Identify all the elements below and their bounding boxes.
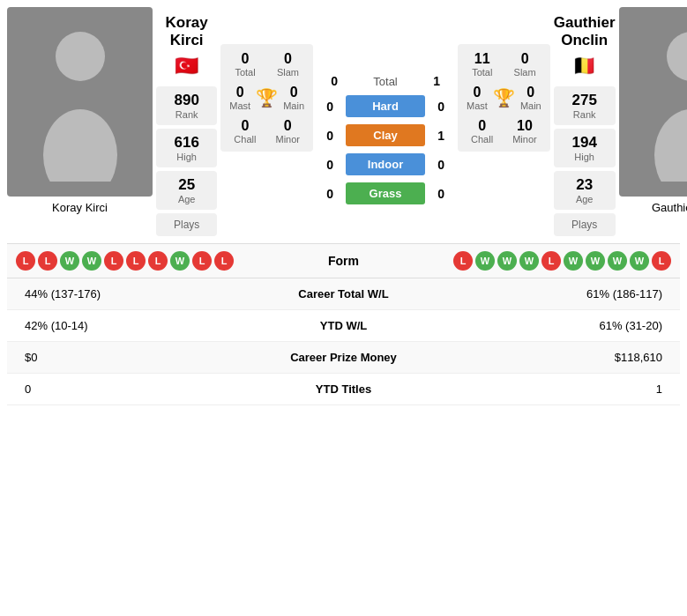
right-trophy-icon: 🏆 [493, 87, 515, 108]
right-rank-value: 275 [571, 92, 598, 109]
form-badge: W [82, 251, 101, 271]
right-main-label: Main [520, 100, 541, 111]
left-chall-label: Chall [234, 134, 256, 145]
hard-left-score: 0 [321, 100, 339, 114]
left-main-label: Main [283, 100, 304, 111]
left-chall-value: 0 [234, 118, 256, 134]
stat-left-value: $0 [7, 342, 229, 374]
form-badge: L [38, 251, 57, 271]
right-rank-label: Rank [571, 109, 598, 120]
right-chall-value: 0 [471, 118, 493, 134]
right-high-value: 194 [571, 134, 598, 152]
player-right-name-header: Gauthier Onclin [554, 11, 616, 51]
indoor-left-score: 0 [321, 158, 339, 172]
hard-row: 0 Hard 0 [321, 95, 450, 117]
stat-center-label: Career Prize Money [229, 342, 458, 374]
left-slam-label: Slam [277, 67, 299, 78]
form-label: Form [309, 254, 379, 268]
hard-badge: Hard [346, 95, 425, 117]
left-slam-value: 0 [277, 51, 299, 67]
grass-right-score: 0 [432, 187, 450, 201]
left-rank-box: 890 Rank [156, 86, 217, 125]
left-main-value: 0 [283, 85, 304, 100]
form-badge: W [170, 251, 190, 271]
stat-left-value: 0 [7, 374, 229, 405]
left-total-value: 0 [235, 51, 255, 67]
left-stats-box: 0 Total 0 Slam 0 Mast 🏆 [220, 44, 313, 152]
hard-right-score: 0 [432, 100, 450, 114]
stats-row: 42% (10-14) YTD W/L 61% (31-20) [7, 310, 680, 342]
right-minor-value: 10 [512, 118, 537, 134]
left-age-value: 25 [174, 176, 199, 194]
right-total-label: Total [472, 67, 492, 78]
right-main-value: 0 [520, 85, 541, 100]
svg-point-3 [654, 109, 687, 182]
grass-badge: Grass [346, 182, 425, 204]
clay-badge: Clay [346, 124, 425, 146]
right-slam-value: 0 [514, 51, 536, 67]
clay-left-score: 0 [321, 129, 339, 143]
right-minor-label: Minor [512, 134, 537, 145]
left-total-label: Total [235, 67, 255, 78]
form-badge: L [541, 251, 561, 271]
stats-table: 44% (137-176) Career Total W/L 61% (186-… [7, 278, 680, 405]
right-mast-label: Mast [467, 100, 488, 111]
right-plays-label: Plays [571, 219, 598, 231]
form-badge: L [652, 251, 671, 271]
right-age-label: Age [571, 194, 598, 204]
right-mast-value: 0 [467, 85, 488, 100]
stat-center-label: YTD Titles [229, 374, 458, 405]
right-chall-label: Chall [471, 134, 493, 145]
stat-left-value: 44% (137-176) [7, 278, 229, 310]
form-badge: W [564, 251, 583, 271]
stat-right-value: $118,610 [458, 342, 680, 374]
total-left-score: 0 [325, 74, 343, 88]
right-high-box: 194 High [554, 129, 616, 167]
left-plays-label: Plays [174, 219, 199, 231]
right-plays-box: Plays [554, 213, 616, 236]
player-left-photo [7, 7, 153, 197]
form-badge: L [16, 251, 35, 271]
form-badge: W [586, 251, 605, 271]
left-age-label: Age [174, 194, 199, 204]
grass-left-score: 0 [321, 187, 339, 201]
right-age-box: 23 Age [554, 171, 616, 210]
indoor-badge: Indoor [346, 153, 425, 175]
right-total-value: 11 [472, 51, 492, 67]
left-minor-label: Minor [275, 134, 300, 145]
stat-center-label: YTD W/L [229, 310, 458, 342]
svg-point-2 [667, 32, 687, 81]
player-right-name-below: Gauthier Onclin [650, 197, 687, 219]
stat-center-label: Career Total W/L [229, 278, 458, 310]
grass-row: 0 Grass 0 [321, 182, 450, 204]
right-stats-box: 11 Total 0 Slam 0 Mast 🏆 [458, 44, 550, 152]
form-badge: W [519, 251, 539, 271]
total-right-score: 1 [428, 74, 445, 88]
stat-right-value: 1 [458, 374, 680, 405]
indoor-row: 0 Indoor 0 [321, 153, 450, 175]
left-trophy-icon: 🏆 [256, 87, 278, 108]
form-badge: W [497, 251, 517, 271]
form-badge: L [148, 251, 168, 271]
player-right-photo [619, 7, 687, 197]
clay-row: 0 Clay 1 [321, 124, 450, 146]
form-badge: W [608, 251, 627, 271]
form-badge: L [192, 251, 212, 271]
stat-right-value: 61% (31-20) [458, 310, 680, 342]
form-badge: L [126, 251, 146, 271]
stats-row: 0 YTD Titles 1 [7, 374, 680, 405]
right-form: LWWWLWWWWL [453, 251, 671, 271]
right-rank-box: 275 Rank [554, 86, 616, 125]
clay-right-score: 1 [432, 129, 450, 143]
svg-point-0 [56, 32, 105, 81]
left-high-label: High [174, 152, 199, 162]
left-high-box: 616 High [156, 129, 217, 167]
form-row: LLWWLLLWLL Form LWWWLWWWWL [7, 243, 680, 278]
form-badge: W [475, 251, 495, 271]
form-badge: L [214, 251, 234, 271]
left-mast-label: Mast [229, 100, 250, 111]
form-badge: W [630, 251, 649, 271]
left-rank-label: Rank [174, 109, 199, 120]
form-badge: W [60, 251, 79, 271]
svg-point-1 [43, 109, 117, 182]
